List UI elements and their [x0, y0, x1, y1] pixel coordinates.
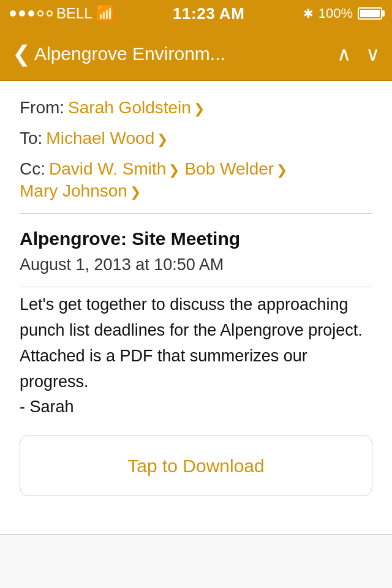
email-body-text: Let's get together to discuss the approa… [20, 292, 372, 420]
nav-arrows: ∧ ∨ [337, 42, 380, 66]
wifi-icon: 📶 [96, 5, 115, 22]
email-subject: Alpengrove: Site Meeting [20, 228, 372, 249]
dot-1 [10, 10, 16, 17]
cc3-chevron-icon: ❯ [130, 184, 141, 200]
from-row: From: Sarah Goldstein ❯ [20, 98, 372, 118]
back-button[interactable]: ❮ Alpengrove Environm... [12, 41, 225, 67]
status-bar-right: ✱ 100% [303, 6, 382, 21]
bottom-toolbar [0, 534, 392, 588]
up-arrow-button[interactable]: ∧ [337, 42, 351, 66]
dot-5 [47, 10, 53, 17]
tap-download-label[interactable]: Tap to Download [127, 456, 264, 477]
from-label: From: [20, 98, 64, 118]
nav-bar: ❮ Alpengrove Environm... ∧ ∨ [0, 27, 392, 81]
from-chevron-icon: ❯ [194, 101, 205, 117]
cc1-name[interactable]: David W. Smith [49, 159, 166, 179]
cc1-chevron-icon: ❯ [168, 162, 179, 178]
nav-back-label: Alpengrove Environm... [34, 43, 225, 64]
mary-row: Mary Johnson ❯ [20, 181, 372, 201]
to-row: To: Michael Wood ❯ [20, 129, 372, 148]
email-date: August 1, 2013 at 10:50 AM [20, 255, 372, 274]
dot-4 [37, 10, 43, 17]
bluetooth-icon: ✱ [303, 6, 314, 21]
carrier-label: BELL [56, 5, 92, 22]
back-chevron-icon: ❮ [12, 41, 31, 67]
cc2-chevron-icon: ❯ [276, 162, 287, 178]
down-arrow-button[interactable]: ∨ [366, 42, 380, 66]
cc-row: Cc: David W. Smith ❯ Bob Welder ❯ [20, 159, 372, 179]
cc-label: Cc: [20, 159, 45, 179]
attachment-area: Tap to Download [0, 435, 392, 508]
to-chevron-icon: ❯ [157, 132, 168, 148]
battery-icon [358, 7, 382, 20]
email-body: Let's get together to discuss the approa… [0, 287, 392, 435]
email-header: From: Sarah Goldstein ❯ To: Michael Wood… [0, 81, 392, 213]
status-bar: BELL 📶 11:23 AM ✱ 100% [0, 0, 392, 27]
status-time: 11:23 AM [173, 4, 244, 23]
battery-percent: 100% [318, 6, 353, 21]
cc3-name[interactable]: Mary Johnson [20, 181, 127, 201]
dot-2 [19, 10, 25, 17]
signal-dots [10, 10, 53, 17]
to-name[interactable]: Michael Wood [46, 129, 154, 148]
email-meta: Alpengrove: Site Meeting August 1, 2013 … [0, 214, 392, 287]
status-bar-left: BELL 📶 [10, 5, 115, 22]
battery-fill [360, 10, 380, 17]
cc2-name[interactable]: Bob Welder [184, 159, 274, 179]
to-label: To: [20, 129, 42, 148]
dot-3 [28, 10, 34, 17]
from-name[interactable]: Sarah Goldstein [68, 98, 191, 118]
attachment-box[interactable]: Tap to Download [20, 435, 372, 496]
